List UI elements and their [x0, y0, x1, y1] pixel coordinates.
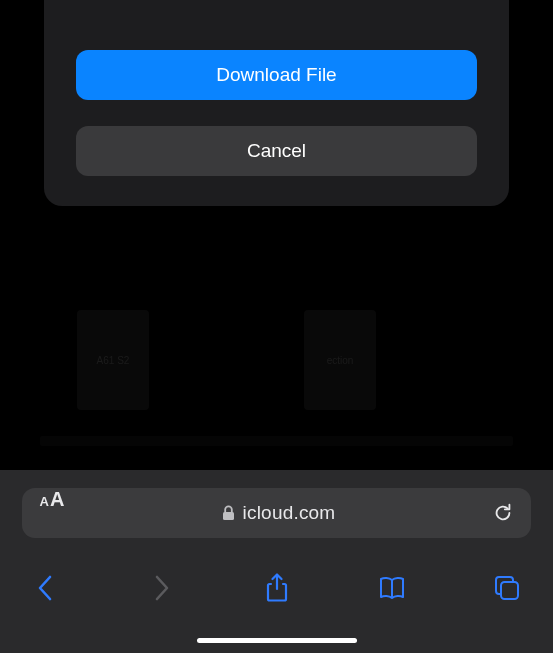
svg-rect-1 [501, 582, 518, 599]
tabs-icon [493, 574, 521, 602]
download-dialog: Download File Cancel [44, 0, 509, 206]
address-bar-center[interactable]: icloud.com [82, 502, 475, 524]
forward-button[interactable] [141, 568, 181, 608]
cancel-button[interactable]: Cancel [76, 126, 477, 176]
share-button[interactable] [257, 568, 297, 608]
bookmarks-button[interactable] [372, 568, 412, 608]
text-size-button[interactable]: A A [22, 488, 82, 538]
address-bar[interactable]: A A icloud.com [22, 488, 531, 538]
address-bar-domain: icloud.com [243, 502, 336, 524]
reload-icon [492, 502, 514, 524]
browser-chrome: A A icloud.com [0, 470, 553, 653]
chevron-left-icon [37, 574, 55, 602]
chevron-right-icon [152, 574, 170, 602]
download-button[interactable]: Download File [76, 50, 477, 100]
tabs-button[interactable] [487, 568, 527, 608]
svg-rect-0 [223, 512, 234, 520]
toolbar-nav [0, 560, 553, 616]
home-indicator[interactable] [197, 638, 357, 643]
book-icon [377, 575, 407, 601]
back-button[interactable] [26, 568, 66, 608]
reload-button[interactable] [475, 488, 531, 538]
share-icon [265, 573, 289, 603]
text-size-big-a: A [50, 488, 64, 511]
text-size-small-a: A [40, 494, 49, 509]
lock-icon [222, 505, 235, 521]
